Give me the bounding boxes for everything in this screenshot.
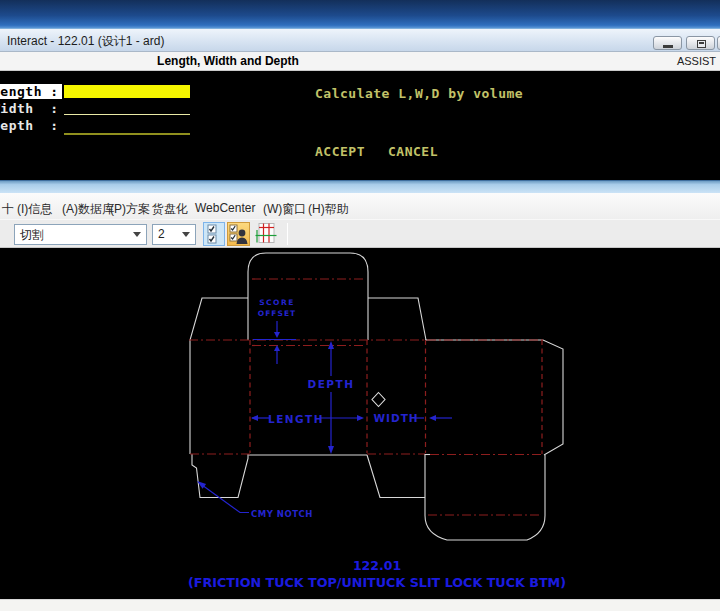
menu-item-info[interactable]: (I)信息 [17,201,52,218]
dialog-title: Length, Width and Depth [78,54,378,68]
layer-dropdown-value: 切割 [20,228,44,242]
menu-item-window[interactable]: (W)窗口 [263,201,306,218]
width-dimension-label: WIDTH [373,412,418,424]
cmy-notch-label: CMY NOTCH [251,509,313,519]
chevron-down-icon [133,232,141,237]
layout-grid-toolbar-button[interactable] [253,222,279,246]
user-checklist-icon [228,223,249,245]
calculate-hint: Calculate L,W,D by volume [315,86,523,101]
window-border-strip [0,180,720,193]
cursor-diamond [372,393,385,407]
width-input[interactable] [64,114,190,115]
length-dimension-label: LENGTH [268,413,324,425]
depth-dimension-label: DEPTH [307,378,354,390]
desktop-band [0,0,720,29]
count-dropdown-value: 2 [158,227,165,241]
toolbar-separator [287,223,288,245]
accept-button[interactable]: ACCEPT [315,144,365,159]
minimize-button[interactable] [653,36,682,50]
length-input[interactable] [64,85,190,98]
drawing-canvas[interactable]: SCORE OFFSET DEPTH LENGTH WIDTH CMY NOTC… [0,248,720,599]
window-title: Interact - 122.01 (设计1 - ard) [7,33,164,50]
drawing-description-caption: (FRICTION TUCK TOP/UNITUCK SLIT LOCK TUC… [188,575,566,590]
count-dropdown[interactable]: 2 [152,224,196,245]
score-offset-label-line2: OFFSET [258,309,296,318]
score-offset-label-line1: SCORE [259,298,295,307]
depth-label: Depth : [0,118,59,133]
depth-input[interactable] [64,133,190,135]
maximize-button[interactable] [686,36,715,50]
dieline-drawing: SCORE OFFSET DEPTH LENGTH WIDTH CMY NOTC… [0,248,720,599]
minimize-icon [663,45,673,48]
checklist-icon [204,223,224,245]
status-bar [0,599,720,611]
drawing-code-caption: 122.01 [353,558,401,573]
maximize-icon [697,40,706,48]
length-label: Length : [0,84,62,99]
cancel-button[interactable]: CANCEL [388,144,438,159]
app-window: { "window": { "title": "Interact - 122.0… [0,0,720,611]
menu-item-database[interactable]: (A)数据库 [62,201,114,218]
layer-dropdown[interactable]: 切割 [14,224,147,245]
user-checklist-toolbar-button[interactable] [227,222,250,246]
menu-item-webcenter[interactable]: WebCenter [195,201,255,215]
width-label: Width : [0,101,59,116]
menu-item-palletize[interactable]: 货盘化 [152,201,188,218]
menu-item-clipped[interactable]: 十 [2,201,14,218]
menu-item-scheme[interactable]: (P)方案 [110,201,150,218]
assist-menu[interactable]: ASSIST [677,55,716,67]
menu-item-help[interactable]: (H)帮助 [308,201,349,218]
chevron-down-icon [182,232,190,237]
layout-grid-icon [253,222,279,244]
dieline-cut-lines [190,253,563,540]
checklist-toolbar-button[interactable] [203,222,225,246]
